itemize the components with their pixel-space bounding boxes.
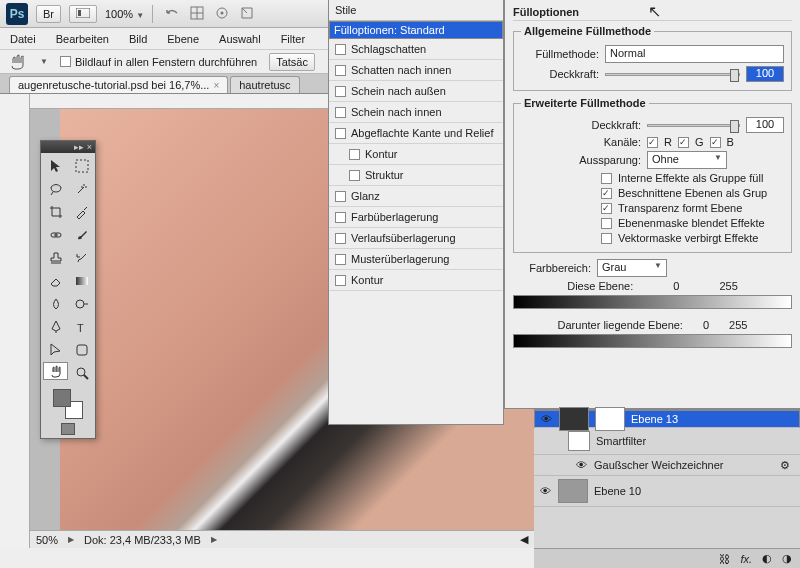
wand-tool[interactable] bbox=[69, 178, 94, 200]
layer-row[interactable]: 👁 Gaußscher Weichzeichner ⚙ bbox=[534, 455, 800, 476]
eraser-tool[interactable] bbox=[43, 270, 68, 292]
fillopacity-slider[interactable] bbox=[647, 124, 740, 127]
style-checkbox[interactable] bbox=[349, 149, 360, 160]
style-label: Kontur bbox=[365, 148, 397, 160]
style-item[interactable]: Farbüberlagerung bbox=[329, 207, 503, 228]
blur-tool[interactable] bbox=[43, 293, 68, 315]
style-item[interactable]: Schein nach innen bbox=[329, 102, 503, 123]
menu-ebene[interactable]: Ebene bbox=[167, 33, 199, 45]
menu-datei[interactable]: Datei bbox=[10, 33, 36, 45]
bridge-button[interactable]: Br bbox=[36, 5, 61, 23]
zoom-level[interactable]: 100% ▼ bbox=[105, 8, 144, 20]
filter-settings-icon[interactable]: ⚙ bbox=[780, 459, 790, 472]
visibility-icon[interactable]: 👁 bbox=[574, 458, 588, 472]
fillopacity-value[interactable]: 100 bbox=[746, 117, 784, 133]
svg-point-16 bbox=[77, 368, 85, 376]
visibility-icon[interactable]: 👁 bbox=[538, 484, 552, 498]
style-item[interactable]: Schlagschatten bbox=[329, 39, 503, 60]
style-item[interactable]: Glanz bbox=[329, 186, 503, 207]
minibridge-button[interactable] bbox=[69, 5, 97, 23]
blendmode-select[interactable]: Normal bbox=[605, 45, 784, 63]
opacity-value[interactable]: 100 bbox=[746, 66, 784, 82]
style-checkbox[interactable] bbox=[335, 233, 346, 244]
fx-icon[interactable]: fx. bbox=[740, 553, 752, 565]
style-checkbox[interactable] bbox=[335, 128, 346, 139]
layer-row[interactable]: 👁 Ebene 13 bbox=[534, 410, 800, 428]
adjustment-icon[interactable]: ◑ bbox=[782, 552, 792, 565]
channel-r-checkbox[interactable] bbox=[647, 137, 658, 148]
actual-pixels-button[interactable]: Tatsäc bbox=[269, 53, 315, 71]
style-item[interactable]: Schatten nach innen bbox=[329, 60, 503, 81]
eyedropper-tool[interactable] bbox=[69, 201, 94, 223]
close-icon[interactable]: × bbox=[213, 80, 219, 91]
layer-row[interactable]: Smartfilter bbox=[534, 428, 800, 455]
color-swatches[interactable] bbox=[53, 389, 83, 419]
channel-b-checkbox[interactable] bbox=[710, 137, 721, 148]
stamp-tool[interactable] bbox=[43, 247, 68, 269]
tab-document-1[interactable]: augenretusche-tutorial.psd bei 16,7%...× bbox=[9, 76, 228, 93]
style-checkbox[interactable] bbox=[335, 44, 346, 55]
cb-vectormask[interactable] bbox=[601, 233, 612, 244]
lasso-tool[interactable] bbox=[43, 178, 68, 200]
cb-clipped[interactable] bbox=[601, 188, 612, 199]
scroll-all-checkbox[interactable] bbox=[60, 56, 71, 67]
close-icon[interactable]: × bbox=[87, 142, 92, 152]
marquee-tool[interactable] bbox=[69, 155, 94, 177]
blendif-under-gradient[interactable] bbox=[513, 334, 792, 348]
link-icon[interactable]: ⛓ bbox=[719, 553, 730, 565]
style-item[interactable]: Verlaufsüberlagerung bbox=[329, 228, 503, 249]
gradient-tool[interactable] bbox=[69, 270, 94, 292]
style-checkbox[interactable] bbox=[349, 170, 360, 181]
style-item[interactable]: Kontur bbox=[329, 144, 503, 165]
style-item[interactable]: Fülloptionen: Standard bbox=[329, 21, 503, 39]
cb-transparency[interactable] bbox=[601, 203, 612, 214]
blendrange-select[interactable]: Grau ▼ bbox=[597, 259, 667, 277]
menu-bearbeiten[interactable]: Bearbeiten bbox=[56, 33, 109, 45]
style-item[interactable]: Musterüberlagerung bbox=[329, 249, 503, 270]
fill-title: Fülloptionen bbox=[513, 6, 792, 21]
style-item[interactable]: Kontur bbox=[329, 270, 503, 291]
hand-tool[interactable] bbox=[43, 362, 68, 380]
cb-layermask[interactable] bbox=[601, 218, 612, 229]
knockout-select[interactable]: Ohne ▼ bbox=[647, 151, 727, 169]
quickmask-button[interactable] bbox=[61, 423, 75, 435]
style-item[interactable]: Abgeflachte Kante und Relief bbox=[329, 123, 503, 144]
heal-tool[interactable] bbox=[43, 224, 68, 246]
blendif-this-gradient[interactable] bbox=[513, 295, 792, 309]
path-select-tool[interactable] bbox=[43, 339, 68, 361]
style-checkbox[interactable] bbox=[335, 191, 346, 202]
thislayer-label: Diese Ebene: bbox=[567, 280, 633, 292]
visibility-icon[interactable]: 👁 bbox=[539, 412, 553, 426]
mask-icon[interactable]: ◐ bbox=[762, 552, 772, 565]
style-checkbox[interactable] bbox=[335, 86, 346, 97]
view-tools[interactable] bbox=[161, 5, 258, 23]
channel-g-checkbox[interactable] bbox=[678, 137, 689, 148]
crop-tool[interactable] bbox=[43, 201, 68, 223]
history-brush-tool[interactable] bbox=[69, 247, 94, 269]
menu-filter[interactable]: Filter bbox=[281, 33, 305, 45]
opacity-slider[interactable] bbox=[605, 73, 740, 76]
move-tool[interactable] bbox=[43, 155, 68, 177]
brush-tool[interactable] bbox=[69, 224, 94, 246]
style-checkbox[interactable] bbox=[335, 107, 346, 118]
style-checkbox[interactable] bbox=[335, 65, 346, 76]
menu-bild[interactable]: Bild bbox=[129, 33, 147, 45]
collapse-icon[interactable]: ▸▸ bbox=[74, 142, 84, 152]
style-item[interactable]: Schein nach außen bbox=[329, 81, 503, 102]
style-checkbox[interactable] bbox=[335, 275, 346, 286]
ps-logo: Ps bbox=[6, 3, 28, 25]
cb-interior[interactable] bbox=[601, 173, 612, 184]
style-item[interactable]: Struktur bbox=[329, 165, 503, 186]
toolbox: ▸▸ × T bbox=[40, 140, 96, 439]
type-tool[interactable]: T bbox=[69, 316, 94, 338]
shape-tool[interactable] bbox=[69, 339, 94, 361]
layer-row[interactable]: 👁 Ebene 10 bbox=[534, 476, 800, 507]
zoom-tool[interactable] bbox=[69, 362, 94, 384]
pen-tool[interactable] bbox=[43, 316, 68, 338]
status-zoom[interactable]: 50% bbox=[36, 534, 58, 546]
style-checkbox[interactable] bbox=[335, 254, 346, 265]
tab-document-2[interactable]: hautretusc bbox=[230, 76, 299, 93]
style-checkbox[interactable] bbox=[335, 212, 346, 223]
dodge-tool[interactable] bbox=[69, 293, 94, 315]
menu-auswahl[interactable]: Auswahl bbox=[219, 33, 261, 45]
